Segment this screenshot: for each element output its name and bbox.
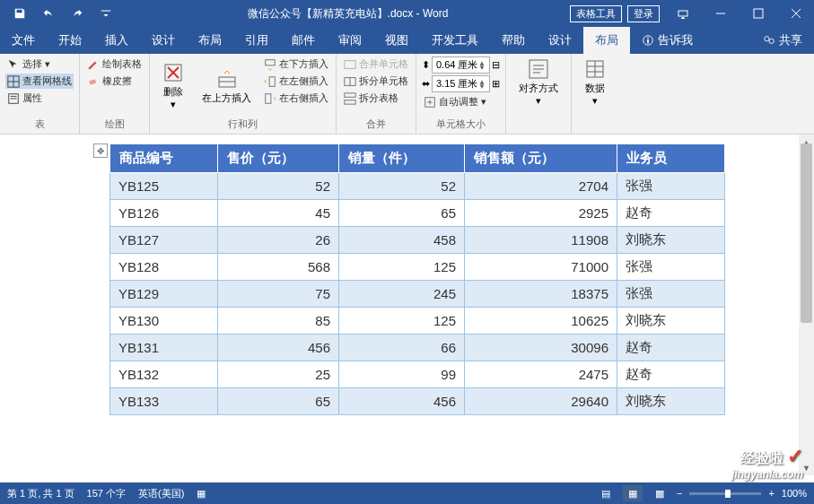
minimize-button[interactable] — [703, 0, 739, 27]
draw-table-button[interactable]: 绘制表格 — [85, 56, 144, 72]
table-cell[interactable]: 赵奇 — [617, 361, 725, 388]
print-layout-button[interactable]: ▦ — [623, 485, 643, 501]
data-table[interactable]: 商品编号售价（元）销量（件）销售额（元）业务员 YB12552522704张强Y… — [109, 143, 725, 415]
split-cells-button[interactable]: 拆分单元格 — [342, 74, 410, 89]
read-mode-button[interactable]: ▤ — [596, 485, 616, 501]
maximize-button[interactable] — [740, 0, 776, 27]
table-row[interactable]: YB1336545629640刘晓东 — [110, 388, 725, 415]
table-cell[interactable]: 26 — [218, 227, 339, 254]
zoom-out[interactable]: − — [677, 488, 682, 499]
tab-table-design[interactable]: 设计 — [537, 27, 583, 54]
page-status[interactable]: 第 1 页, 共 1 页 — [7, 487, 74, 500]
table-cell[interactable]: 99 — [339, 361, 465, 388]
table-cell[interactable]: 2475 — [465, 361, 617, 388]
insert-above-button[interactable]: 在上方插入 — [195, 56, 258, 116]
tab-developer[interactable]: 开发工具 — [420, 27, 490, 54]
save-button[interactable] — [7, 1, 32, 26]
table-row[interactable]: YB12856812571000张强 — [110, 254, 725, 281]
table-row[interactable]: YB13225992475赵奇 — [110, 361, 725, 388]
table-header[interactable]: 业务员 — [617, 144, 725, 173]
table-header[interactable]: 商品编号 — [110, 144, 218, 173]
table-cell[interactable]: 张强 — [617, 281, 725, 308]
table-cell[interactable]: 66 — [339, 335, 465, 361]
tab-home[interactable]: 开始 — [47, 27, 93, 54]
distribute-cols-icon[interactable]: ⊞ — [492, 78, 500, 90]
view-gridlines-button[interactable]: 查看网格线 — [5, 74, 74, 89]
table-cell[interactable]: YB133 — [110, 388, 218, 415]
table-cell[interactable]: YB131 — [110, 335, 218, 361]
tab-table-layout[interactable]: 布局 — [583, 27, 630, 54]
table-cell[interactable]: YB125 — [110, 173, 218, 200]
table-cell[interactable]: 65 — [218, 388, 339, 415]
undo-button[interactable] — [36, 1, 61, 26]
table-cell[interactable]: 30096 — [465, 335, 617, 361]
tab-view[interactable]: 视图 — [373, 27, 420, 54]
table-cell[interactable]: 568 — [218, 254, 339, 281]
row-height-input[interactable]: 0.64 厘米▲▼ — [432, 56, 490, 74]
table-cell[interactable]: 125 — [339, 308, 465, 335]
table-move-handle[interactable]: ✥ — [93, 143, 108, 158]
share-button[interactable]: 共享 — [751, 27, 814, 54]
ribbon-options-button[interactable] — [665, 0, 701, 27]
table-header[interactable]: 销量（件） — [339, 144, 465, 173]
qat-more[interactable] — [93, 1, 118, 26]
table-cell[interactable]: YB130 — [110, 308, 218, 335]
table-cell[interactable]: YB132 — [110, 361, 218, 388]
table-cell[interactable]: 458 — [339, 227, 465, 254]
table-cell[interactable]: 85 — [218, 308, 339, 335]
close-button[interactable] — [778, 0, 814, 27]
select-button[interactable]: 选择 ▾ — [5, 56, 74, 72]
table-cell[interactable]: 52 — [218, 173, 339, 200]
table-cell[interactable]: 张强 — [617, 254, 725, 281]
vertical-scrollbar[interactable]: ▲ ▼ — [799, 135, 814, 475]
table-cell[interactable]: 245 — [339, 281, 465, 308]
table-cell[interactable]: 25 — [218, 361, 339, 388]
zoom-slider[interactable] — [689, 492, 761, 495]
word-count[interactable]: 157 个字 — [87, 487, 126, 500]
table-cell[interactable]: 456 — [339, 388, 465, 415]
insert-left-button[interactable]: 在左侧插入 — [262, 74, 330, 89]
split-table-button[interactable]: 拆分表格 — [342, 91, 410, 106]
tab-file[interactable]: 文件 — [0, 27, 47, 54]
macro-icon[interactable]: ▦ — [197, 488, 206, 500]
table-row[interactable]: YB12645652925赵奇 — [110, 200, 725, 227]
table-cell[interactable]: YB128 — [110, 254, 218, 281]
tab-review[interactable]: 审阅 — [327, 27, 373, 54]
zoom-in[interactable]: + — [768, 488, 774, 499]
table-cell[interactable]: YB129 — [110, 281, 218, 308]
table-cell[interactable]: YB126 — [110, 200, 218, 227]
tab-mailings[interactable]: 邮件 — [280, 27, 327, 54]
table-cell[interactable]: 刘晓东 — [617, 308, 725, 335]
table-cell[interactable]: 71000 — [465, 254, 617, 281]
table-cell[interactable]: 2704 — [465, 173, 617, 200]
properties-button[interactable]: 属性 — [5, 91, 74, 106]
table-cell[interactable]: 赵奇 — [617, 335, 725, 361]
table-cell[interactable]: 11908 — [465, 227, 617, 254]
tell-me-button[interactable]: 告诉我 — [630, 27, 705, 54]
tab-layout[interactable]: 布局 — [187, 27, 233, 54]
table-cell[interactable]: 张强 — [617, 173, 725, 200]
table-cell[interactable]: 125 — [339, 254, 465, 281]
tab-design[interactable]: 设计 — [140, 27, 187, 54]
login-button[interactable]: 登录 — [627, 5, 660, 22]
eraser-button[interactable]: 橡皮擦 — [85, 74, 144, 89]
table-row[interactable]: YB1308512510625刘晓东 — [110, 308, 725, 335]
table-cell[interactable]: 18375 — [465, 281, 617, 308]
table-cell[interactable]: 65 — [339, 200, 465, 227]
table-cell[interactable]: 45 — [218, 200, 339, 227]
table-header[interactable]: 销售额（元） — [465, 144, 617, 173]
table-cell[interactable]: 刘晓东 — [617, 388, 725, 415]
table-row[interactable]: YB12552522704张强 — [110, 173, 725, 200]
tab-references[interactable]: 引用 — [233, 27, 280, 54]
redo-button[interactable] — [65, 1, 90, 26]
alignment-button[interactable]: 对齐方式▾ — [512, 56, 565, 109]
table-cell[interactable]: 10625 — [465, 308, 617, 335]
table-cell[interactable]: 赵奇 — [617, 200, 725, 227]
autofit-button[interactable]: 自动调整 ▾ — [422, 94, 500, 109]
distribute-rows-icon[interactable]: ⊟ — [492, 59, 500, 71]
insert-right-button[interactable]: 在右侧插入 — [262, 91, 330, 106]
table-cell[interactable]: YB127 — [110, 227, 218, 254]
delete-button[interactable]: 删除▾ — [155, 56, 191, 116]
table-cell[interactable]: 刘晓东 — [617, 227, 725, 254]
table-row[interactable]: YB1297524518375张强 — [110, 281, 725, 308]
